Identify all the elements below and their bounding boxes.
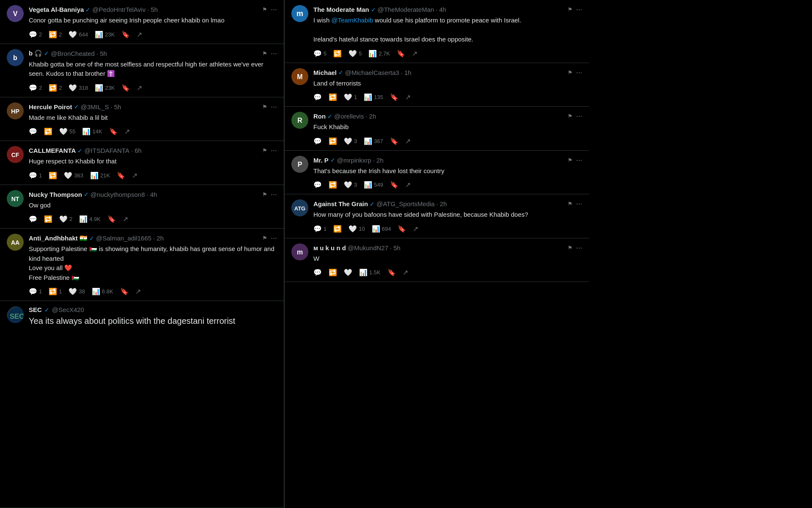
bookmark-action[interactable]: 🔖 xyxy=(387,268,396,276)
views-action[interactable]: 📊 549 xyxy=(364,181,383,189)
bookmark-action[interactable]: 🔖 xyxy=(390,137,398,145)
retweet-action[interactable]: 🔁 1 xyxy=(49,287,62,295)
like-action[interactable]: 🤍 xyxy=(344,268,352,276)
retweet-action[interactable]: 🔁 xyxy=(44,127,52,135)
bookmark-action[interactable]: 🔖 xyxy=(109,127,118,135)
share-action[interactable]: ↗ xyxy=(124,127,130,135)
flag-icon[interactable]: ⚑ xyxy=(262,50,267,57)
views-action[interactable]: 📊 367 xyxy=(364,137,383,145)
reply-action[interactable]: 💬 5 xyxy=(313,50,326,58)
views-action[interactable]: 📊 4.9K xyxy=(79,215,101,223)
more-icon[interactable]: ··· xyxy=(271,234,277,243)
share-action[interactable]: ↗ xyxy=(413,225,418,233)
views-action[interactable]: 📊 2.7K xyxy=(368,50,390,58)
flag-icon[interactable]: ⚑ xyxy=(262,6,267,13)
retweet-action[interactable]: 🔁 xyxy=(329,181,337,189)
reply-action[interactable]: 💬 xyxy=(313,181,322,189)
reply-action[interactable]: 💬 xyxy=(29,127,37,135)
bookmark-action[interactable]: 🔖 xyxy=(397,50,405,58)
share-action[interactable]: ↗ xyxy=(403,268,408,276)
like-action[interactable]: 🤍 10 xyxy=(348,225,365,233)
more-icon[interactable]: ··· xyxy=(271,190,277,199)
svg-text:M: M xyxy=(297,73,302,80)
bookmark-action[interactable]: 🔖 xyxy=(117,171,125,179)
like-action[interactable]: 🤍 3 xyxy=(344,181,357,189)
retweet-action[interactable]: 🔁 xyxy=(49,171,57,179)
views-action[interactable]: 📊 23K xyxy=(95,84,115,92)
like-action[interactable]: 🤍 1 xyxy=(344,93,357,101)
views-icon: 📊 xyxy=(95,84,103,92)
flag-icon[interactable]: ⚑ xyxy=(568,113,573,119)
views-action[interactable]: 📊 694 xyxy=(372,225,391,233)
retweet-action[interactable]: 🔁 xyxy=(333,50,342,58)
more-icon[interactable]: ··· xyxy=(576,243,582,252)
reply-action[interactable]: 💬 xyxy=(313,93,322,101)
bookmark-action[interactable]: 🔖 xyxy=(390,93,398,101)
share-action[interactable]: ↗ xyxy=(405,93,411,101)
more-icon[interactable]: ··· xyxy=(271,146,277,155)
like-action[interactable]: 🤍 55 xyxy=(59,127,75,135)
share-action[interactable]: ↗ xyxy=(132,171,137,179)
share-action[interactable]: ↗ xyxy=(135,287,141,295)
bookmark-action[interactable]: 🔖 xyxy=(390,181,398,189)
more-icon[interactable]: ··· xyxy=(576,199,582,208)
more-icon[interactable]: ··· xyxy=(576,5,582,14)
views-action[interactable]: 📊 23K xyxy=(95,30,115,39)
flag-icon[interactable]: ⚑ xyxy=(262,191,267,198)
reply-action[interactable]: 💬 xyxy=(313,268,322,276)
share-action[interactable]: ↗ xyxy=(405,137,411,145)
views-action[interactable]: 📊 135 xyxy=(364,93,383,101)
flag-icon[interactable]: ⚑ xyxy=(568,245,573,251)
bookmark-action[interactable]: 🔖 xyxy=(120,287,129,295)
like-action[interactable]: 🤍 5 xyxy=(348,50,362,58)
reply-action[interactable]: 💬 1 xyxy=(29,287,42,295)
retweet-action[interactable]: 🔁 xyxy=(329,268,337,276)
share-action[interactable]: ↗ xyxy=(412,50,417,58)
flag-icon[interactable]: ⚑ xyxy=(262,147,267,154)
reply-action[interactable]: 💬 2 xyxy=(29,84,42,92)
reply-action[interactable]: 💬 1 xyxy=(313,225,326,233)
retweet-action[interactable]: 🔁 xyxy=(333,225,342,233)
share-action[interactable]: ↗ xyxy=(123,215,128,223)
bookmark-action[interactable]: 🔖 xyxy=(398,225,406,233)
more-icon[interactable]: ··· xyxy=(271,49,277,58)
reply-action[interactable]: 💬 1 xyxy=(29,171,42,179)
mention-teamkhabib[interactable]: @TeamKhabib xyxy=(332,17,373,24)
reply-action[interactable]: 💬 xyxy=(313,137,322,145)
more-icon[interactable]: ··· xyxy=(271,102,277,111)
more-icon[interactable]: ··· xyxy=(576,68,582,77)
flag-icon[interactable]: ⚑ xyxy=(262,235,267,241)
more-icon[interactable]: ··· xyxy=(271,5,277,14)
views-action[interactable]: 📊 14K xyxy=(82,127,102,135)
flag-icon[interactable]: ⚑ xyxy=(568,157,573,163)
like-action[interactable]: 🤍 3 xyxy=(344,137,357,145)
bookmark-action[interactable]: 🔖 xyxy=(121,84,130,92)
share-action[interactable]: ↗ xyxy=(405,181,411,189)
like-action[interactable]: 🤍 363 xyxy=(64,171,83,179)
more-icon[interactable]: ··· xyxy=(576,112,582,121)
views-action[interactable]: 📊 6.8K xyxy=(92,287,113,295)
bookmark-action[interactable]: 🔖 xyxy=(121,30,130,39)
reply-action[interactable]: 💬 2 xyxy=(29,30,42,39)
like-action[interactable]: 🤍 318 xyxy=(69,84,88,92)
share-action[interactable]: ↗ xyxy=(137,84,142,92)
retweet-action[interactable]: 🔁 2 xyxy=(49,30,62,39)
views-action[interactable]: 📊 1.5K xyxy=(359,268,381,276)
flag-icon[interactable]: ⚑ xyxy=(568,6,573,13)
retweet-action[interactable]: 🔁 2 xyxy=(49,84,62,92)
retweet-action[interactable]: 🔁 xyxy=(329,137,337,145)
reply-action[interactable]: 💬 xyxy=(29,215,37,223)
tweet-handle: @SecX420 xyxy=(52,306,84,313)
like-action[interactable]: 🤍 38 xyxy=(69,287,85,295)
flag-icon[interactable]: ⚑ xyxy=(568,69,573,76)
flag-icon[interactable]: ⚑ xyxy=(262,104,267,110)
flag-icon[interactable]: ⚑ xyxy=(568,201,573,207)
retweet-action[interactable]: 🔁 xyxy=(44,215,52,223)
share-action[interactable]: ↗ xyxy=(137,30,142,39)
bookmark-action[interactable]: 🔖 xyxy=(107,215,116,223)
more-icon[interactable]: ··· xyxy=(576,156,582,165)
retweet-action[interactable]: 🔁 xyxy=(329,93,337,101)
like-action[interactable]: 🤍 644 xyxy=(69,30,88,39)
views-action[interactable]: 📊 21K xyxy=(90,171,110,179)
like-action[interactable]: 🤍 2 xyxy=(59,215,72,223)
